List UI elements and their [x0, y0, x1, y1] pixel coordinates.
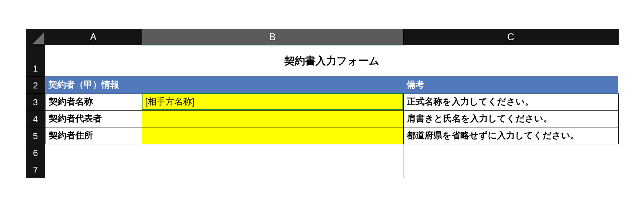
row-6: 6 — [26, 144, 618, 161]
column-header-C[interactable]: C — [403, 29, 618, 45]
column-header-B[interactable]: B — [142, 29, 403, 45]
row-2: 2 契約者（甲）情報 備考 — [26, 76, 618, 93]
row-header-5[interactable]: 5 — [26, 127, 45, 144]
column-header-A[interactable]: A — [45, 29, 142, 45]
row-5: 5 契約者住所 都道府県を省略せずに入力してください。 — [26, 127, 618, 144]
select-all-corner[interactable] — [26, 29, 45, 45]
cell-B6[interactable] — [142, 144, 403, 161]
cell-C7[interactable] — [403, 161, 618, 178]
input-contractor-addr[interactable] — [142, 127, 403, 144]
section-header-b[interactable] — [142, 76, 403, 93]
column-header-row: A B C — [26, 29, 618, 45]
note-contractor-addr[interactable]: 都道府県を省略せずに入力してください。 — [403, 127, 618, 144]
form-title[interactable]: 契約書入力フォーム — [45, 45, 618, 76]
grid-table: A B C 1 契約書入力フォーム 2 契約者（甲）情報 備考 3 契約者名称 … — [26, 29, 619, 178]
row-header-2[interactable]: 2 — [26, 76, 45, 93]
label-contractor-addr[interactable]: 契約者住所 — [45, 127, 142, 144]
label-contractor-name[interactable]: 契約者名称 — [45, 93, 142, 110]
input-contractor-rep[interactable] — [142, 110, 403, 127]
note-contractor-name[interactable]: 正式名称を入力してください。 — [403, 93, 618, 110]
note-contractor-rep[interactable]: 肩書きと氏名を入力してください。 — [403, 110, 618, 127]
label-contractor-rep[interactable]: 契約者代表者 — [45, 110, 142, 127]
cell-A6[interactable] — [45, 144, 142, 161]
row-header-3[interactable]: 3 — [26, 93, 45, 110]
row-4: 4 契約者代表者 肩書きと氏名を入力してください。 — [26, 110, 618, 127]
section-header-a[interactable]: 契約者（甲）情報 — [45, 76, 142, 93]
section-header-c[interactable]: 備考 — [403, 76, 618, 93]
row-header-4[interactable]: 4 — [26, 110, 45, 127]
row-7: 7 — [26, 161, 618, 178]
row-header-1[interactable]: 1 — [26, 45, 45, 76]
row-header-6[interactable]: 6 — [26, 144, 45, 161]
cell-A7[interactable] — [45, 161, 142, 178]
row-1: 1 契約書入力フォーム — [26, 45, 618, 76]
row-3: 3 契約者名称 [相手方名称] 正式名称を入力してください。 — [26, 93, 618, 110]
cell-C6[interactable] — [403, 144, 618, 161]
row-header-7[interactable]: 7 — [26, 161, 45, 178]
spreadsheet-grid: A B C 1 契約書入力フォーム 2 契約者（甲）情報 備考 3 契約者名称 … — [26, 29, 618, 178]
cell-B7[interactable] — [142, 161, 403, 178]
input-contractor-name[interactable]: [相手方名称] — [142, 93, 403, 110]
